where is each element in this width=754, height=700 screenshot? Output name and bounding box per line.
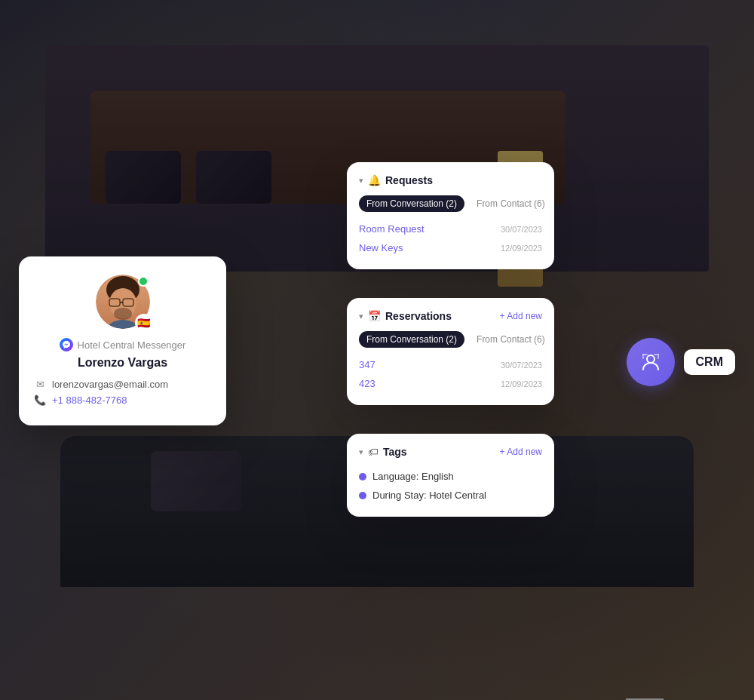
svg-rect-9	[642, 354, 644, 359]
request-date-1: 12/09/2023	[501, 244, 542, 253]
email-icon: ✉	[34, 379, 46, 390]
tag-icon: 🏷	[368, 446, 379, 458]
crm-badge: CRM	[627, 338, 735, 386]
requests-tab-contact[interactable]: From Contact (6)	[469, 195, 553, 212]
tags-card: ▾ 🏷 Tags + Add new Language: English Dur…	[347, 434, 554, 517]
reservation-label-1[interactable]: 423	[359, 378, 375, 389]
tag-label-1: During Stay: Hotel Central	[372, 490, 486, 501]
requests-header: ▾ 🔔 Requests	[359, 174, 542, 186]
tags-header-left: ▾ 🏷 Tags	[359, 446, 407, 458]
svg-point-7	[647, 355, 654, 363]
request-date-0: 30/07/2023	[501, 225, 542, 234]
reservation-label-0[interactable]: 347	[359, 359, 375, 370]
tags-add-new-button[interactable]: + Add new	[500, 447, 542, 457]
requests-title: Requests	[385, 174, 433, 186]
calendar-icon: 📅	[368, 310, 381, 322]
request-item-0: Room Request 30/07/2023	[359, 220, 542, 238]
crm-label: CRM	[684, 349, 735, 375]
contact-card: 🇪🇸 Hotel Central Messenger Lorenzo Varga…	[19, 256, 226, 425]
tag-item-1: During Stay: Hotel Central	[359, 486, 542, 505]
contact-email: lorenzovargas@email.com	[52, 379, 168, 390]
requests-tab-conversation[interactable]: From Conversation (2)	[359, 195, 464, 212]
phone-row: 📞 +1 888-482-7768	[34, 395, 211, 406]
avatar-wrapper: 🇪🇸	[96, 275, 150, 329]
online-status-dot	[138, 276, 149, 287]
tag-item-0: Language: English	[359, 467, 542, 486]
svg-point-6	[108, 320, 138, 329]
phone-icon: 📞	[34, 395, 46, 406]
reservation-item-0: 347 30/07/2023	[359, 355, 542, 374]
bell-icon: 🔔	[368, 174, 381, 186]
tags-chevron[interactable]: ▾	[359, 447, 363, 457]
request-item-1: New Keys 12/09/2023	[359, 238, 542, 257]
tags-title: Tags	[383, 446, 407, 458]
tag-label-0: Language: English	[372, 471, 454, 482]
reservations-header: ▾ 📅 Reservations + Add new	[359, 310, 542, 322]
tag-dot-1	[359, 492, 366, 499]
reservations-add-new-button[interactable]: + Add new	[500, 311, 542, 321]
reservation-item-1: 423 12/09/2023	[359, 374, 542, 393]
crm-circle	[627, 338, 675, 386]
reservations-title: Reservations	[385, 310, 452, 322]
reservations-tabs: From Conversation (2) From Contact (6)	[359, 331, 542, 348]
requests-header-left: ▾ 🔔 Requests	[359, 174, 433, 186]
tag-dot-0	[359, 473, 366, 480]
email-row: ✉ lorenzovargas@email.com	[34, 379, 211, 390]
reservations-tab-contact[interactable]: From Contact (6)	[469, 331, 553, 348]
contact-phone[interactable]: +1 888-482-7768	[52, 395, 127, 406]
crm-person-icon	[640, 352, 661, 373]
svg-rect-11	[657, 354, 659, 359]
reservations-tab-conversation[interactable]: From Conversation (2)	[359, 331, 464, 348]
requests-card: ▾ 🔔 Requests From Conversation (2) From …	[347, 162, 554, 269]
reservations-chevron[interactable]: ▾	[359, 312, 363, 321]
contact-source: Hotel Central Messenger	[34, 338, 211, 352]
messenger-icon	[60, 338, 73, 352]
contact-name: Lorenzo Vargas	[34, 356, 211, 370]
requests-chevron[interactable]: ▾	[359, 176, 363, 186]
tags-header: ▾ 🏷 Tags + Add new	[359, 446, 542, 458]
reservation-date-0: 30/07/2023	[501, 361, 542, 370]
svg-point-5	[114, 308, 132, 320]
request-label-1[interactable]: New Keys	[359, 242, 403, 253]
request-label-0[interactable]: Room Request	[359, 223, 425, 235]
contact-source-label: Hotel Central Messenger	[78, 339, 186, 351]
reservation-date-1: 12/09/2023	[501, 379, 542, 388]
reservations-card: ▾ 📅 Reservations + Add new From Conversa…	[347, 298, 554, 405]
flag-badge: 🇪🇸	[135, 314, 153, 332]
requests-tabs: From Conversation (2) From Contact (6)	[359, 195, 542, 212]
reservations-header-left: ▾ 📅 Reservations	[359, 310, 452, 322]
